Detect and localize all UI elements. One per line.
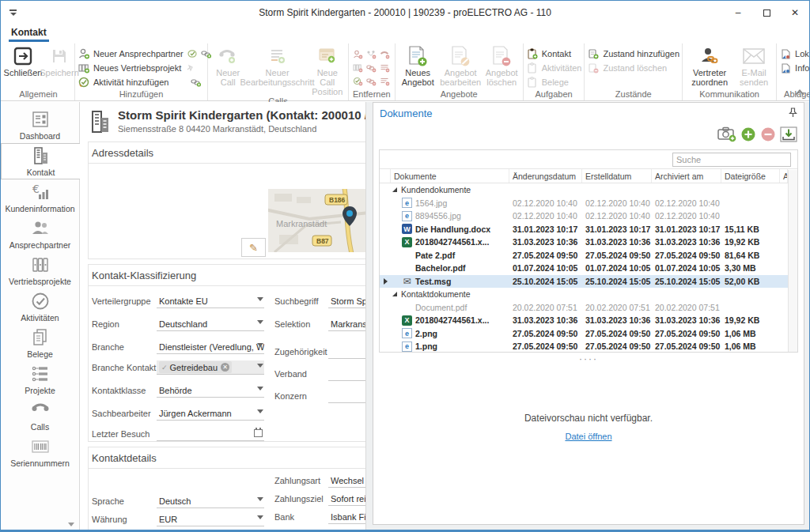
sprache-combo[interactable]: Deutsch [157, 494, 264, 508]
remove-link2-icon[interactable] [365, 74, 378, 88]
zugehoerigkeit-field[interactable] [328, 345, 366, 359]
angebot-bearbeiten-button[interactable]: Angebot bearbeiten [438, 44, 483, 87]
zahlungsart-field[interactable]: Wechsel [328, 474, 366, 488]
bankkonto-field[interactable] [328, 528, 366, 530]
remove-aktivitaet-icon[interactable] [351, 74, 365, 88]
waehrung-combo[interactable]: EUR [157, 512, 264, 526]
neue-call-position-button[interactable]: Neue Call Position [309, 44, 346, 96]
pin-icon[interactable] [789, 108, 797, 118]
remove-document-button[interactable] [760, 126, 776, 142]
sidebar-item-ansprechpartner[interactable]: Ansprechpartner [1, 216, 79, 252]
search-input[interactable] [672, 153, 791, 167]
file-row[interactable]: 2018042744561.x... 31.03.2023 10:36 31.0… [380, 236, 788, 249]
konzern-field[interactable] [328, 389, 366, 403]
branche-combo[interactable]: Dienstleister (Veredlung, Wa... [157, 340, 264, 354]
aktivitaet-hinzufuegen-button[interactable]: Aktivität hinzufügen [78, 75, 211, 89]
remove-liste-icon[interactable] [378, 74, 392, 88]
file-row[interactable]: 1.png 27.05.2024 09:50 27.05.2024 09:50 … [380, 340, 788, 353]
kontaktklasse-combo[interactable]: Behörde [157, 383, 264, 398]
remove-ansprechpartner-icon[interactable] [351, 47, 365, 61]
chevron-down-icon [257, 515, 263, 519]
maximize-button[interactable] [752, 1, 781, 25]
getreidebau-chip[interactable]: ✓ Getreidebau ✕ [159, 361, 232, 373]
sidebar-item-kontakt[interactable]: Kontakt [1, 143, 80, 179]
column-header-aenderungsdatum[interactable]: Änderungsdatum [509, 169, 582, 183]
file-row[interactable]: 2018042744561.x... 31.03.2023 10:36 31.0… [380, 314, 788, 327]
ablage-info-button[interactable]: Info [779, 61, 810, 75]
bank-field[interactable]: Isbank Fil I [328, 510, 366, 524]
column-header-truncated[interactable]: Ar [780, 169, 788, 183]
neuer-bearbeitungsschritt-button[interactable]: Neuer Bearbeitungsschritt [246, 44, 309, 87]
column-header-dateigroesse[interactable]: Dateigröße [721, 169, 780, 183]
speichern-button[interactable]: Speichern [41, 44, 78, 77]
panel-splitter-handle[interactable]: ···· [373, 356, 804, 362]
download-document-button[interactable] [780, 126, 797, 142]
remove-link-icon[interactable] [365, 61, 378, 74]
branche-kontakt-combo[interactable]: ✓ Getreidebau ✕ [157, 360, 264, 375]
file-row[interactable]: Bachelor.pdf 01.07.2024 10:05 01.07.2024… [380, 262, 788, 275]
sidebar-item-aktivitaeten[interactable]: Aktivitäten [1, 289, 79, 325]
minimize-button[interactable]: – [724, 1, 752, 25]
edit-address-button[interactable]: ✎ [241, 238, 266, 257]
vertreter-zuordnen-button[interactable]: Vertreter zuordnen [685, 44, 734, 87]
sidebar-item-projekte[interactable]: Projekte [1, 361, 79, 398]
zahlungsziel-field[interactable]: Sofort rein [328, 492, 366, 506]
neuer-ansprechpartner-button[interactable]: Neuer Ansprechpartner [78, 47, 211, 61]
collapse-triangle-icon[interactable] [392, 292, 397, 296]
region-combo[interactable]: Deutschland [157, 317, 264, 331]
zustand-loeschen-button[interactable]: Zustand löschen [587, 61, 679, 75]
sidebar-item-vertriebsprojekte[interactable]: Vertriebsprojekte [1, 252, 79, 289]
schliessen-button[interactable]: Schließen [5, 44, 41, 77]
neues-vertriebsprojekt-button[interactable]: Neues Vertriebsprojekt [78, 61, 211, 75]
column-header-archiviert-am[interactable]: Archiviert am [652, 169, 721, 183]
email-senden-button[interactable]: E-Mail senden [734, 44, 774, 87]
sidebar-item-kundeninformation[interactable]: € Kundeninformation [1, 179, 79, 216]
remove-vertriebsprojekt-icon[interactable] [351, 61, 365, 74]
suchbegriff-field[interactable]: Storm Spirit [328, 294, 366, 308]
file-row[interactable]: 8894556.jpg 02.12.2020 10:40 02.12.2020 … [380, 209, 788, 223]
remove-network-icon[interactable] [365, 47, 378, 61]
sidebar-item-seriennummern[interactable]: Seriennummern [1, 434, 79, 470]
remove-call-icon[interactable] [378, 47, 392, 61]
verband-field[interactable] [328, 367, 366, 381]
file-row[interactable]: Pate 2.pdf 27.05.2024 09:50 27.05.2024 0… [380, 249, 788, 262]
file-row[interactable]: Document.pdf 20.02.2020 07:51 20.02.2020… [380, 301, 788, 315]
sidebar-item-belege[interactable]: Belege [1, 325, 79, 361]
open-file-link[interactable]: Datei öffnen [565, 432, 611, 441]
column-header-dokumente[interactable]: Dokumente [391, 169, 509, 183]
neues-angebot-button[interactable]: Neues Angebot [398, 44, 438, 87]
sidebar-scroll-chevron-icon[interactable] [68, 523, 74, 526]
letzter-besuch-field[interactable] [157, 427, 264, 441]
column-header-erstelldatum[interactable]: Erstelldatum [582, 169, 652, 183]
zustand-hinzufuegen-button[interactable]: Zustand hinzufügen [587, 47, 679, 61]
close-button[interactable]: ✕ [781, 1, 809, 25]
sidebar-item-dashboard[interactable]: Dashboard [1, 107, 79, 143]
file-row[interactable]: 1564.jpg 02.12.2020 10:40 02.12.2020 10:… [380, 197, 788, 210]
collapse-triangle-icon[interactable] [392, 187, 397, 192]
aufgabe-kontakt-button[interactable]: Kontakt [526, 47, 582, 61]
file-row[interactable]: 2.png 27.05.2024 09:50 27.05.2024 09:50 … [380, 327, 788, 341]
file-row-selected[interactable]: Test.msg 25.10.2024 15:05 25.10.2024 15:… [380, 275, 788, 289]
aufgabe-aktivitaeten-button[interactable]: Aktivitäten [526, 61, 582, 75]
link-add-icon[interactable] [191, 77, 201, 87]
chip-remove-icon[interactable]: ✕ [221, 363, 229, 372]
sidebar-item-calls[interactable]: Calls [1, 398, 79, 434]
remove-bearbeitungsschritt-icon[interactable] [378, 61, 392, 74]
calendar-icon[interactable] [254, 429, 263, 437]
group-row-kontaktdokumente[interactable]: Kontaktdokumente [380, 288, 788, 301]
ablage-lokal-button[interactable]: Lokal [779, 47, 810, 61]
file-row[interactable]: Die Handlung.docx 31.01.2023 10:17 31.01… [380, 223, 788, 236]
map-thumbnail[interactable]: Markranstädt B186 B87 [268, 189, 366, 252]
angebot-loeschen-button[interactable]: Angebot löschen [483, 44, 520, 87]
table-scrollbar[interactable] [788, 170, 797, 352]
check-oval-icon[interactable] [187, 49, 197, 58]
sachbearbeiter-combo[interactable]: Jürgen Ackermann [157, 406, 264, 421]
tab-kontakt[interactable]: Kontakt [9, 25, 49, 42]
group-row-kundendokumente[interactable]: Kundendokumente [380, 183, 788, 197]
ribbon-collapse-chevron-icon[interactable] [797, 89, 803, 96]
selektion-field[interactable]: Markranstädt [328, 317, 366, 331]
scan-add-button[interactable] [717, 126, 736, 142]
aufgabe-belege-button[interactable]: Belege [526, 75, 582, 89]
verteilergruppe-combo[interactable]: Kontakte EU [157, 294, 264, 308]
add-document-button[interactable] [740, 126, 756, 142]
